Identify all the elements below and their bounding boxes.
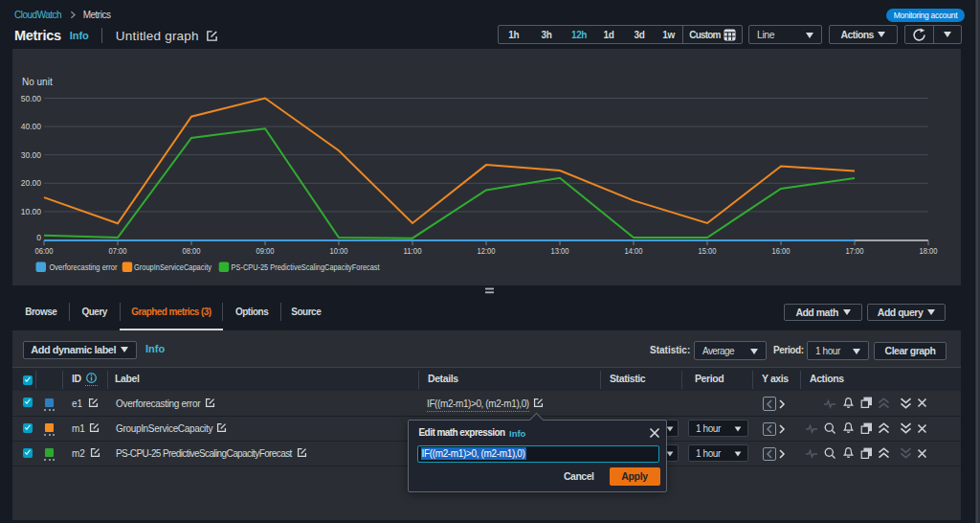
svg-text:10:00: 10:00: [330, 246, 348, 256]
svg-text:GroupInServiceCapacity: GroupInServiceCapacity: [134, 262, 212, 272]
svg-text:11:00: 11:00: [404, 246, 422, 256]
svg-text:16:00: 16:00: [772, 246, 791, 256]
svg-text:10.00: 10.00: [21, 207, 42, 216]
svg-text:30.00: 30.00: [21, 150, 42, 160]
svg-text:18:00: 18:00: [920, 246, 938, 256]
svg-text:09:00: 09:00: [256, 246, 275, 256]
svg-text:0: 0: [36, 233, 41, 242]
svg-text:15:00: 15:00: [699, 246, 717, 256]
svg-text:20.00: 20.00: [21, 178, 42, 188]
svg-text:12:00: 12:00: [478, 246, 496, 256]
svg-text:PS-CPU-25 PredictiveScalingCap: PS-CPU-25 PredictiveScalingCapacityForec…: [232, 262, 381, 272]
svg-text:Overforecasting error: Overforecasting error: [50, 262, 118, 272]
svg-text:40.00: 40.00: [21, 122, 42, 131]
svg-text:08:00: 08:00: [183, 246, 201, 256]
svg-text:07:00: 07:00: [109, 246, 127, 256]
svg-text:50.00: 50.00: [21, 94, 42, 103]
svg-text:14:00: 14:00: [625, 246, 643, 256]
svg-text:13:00: 13:00: [551, 246, 569, 256]
svg-text:17:00: 17:00: [846, 246, 864, 256]
svg-text:06:00: 06:00: [35, 246, 54, 256]
